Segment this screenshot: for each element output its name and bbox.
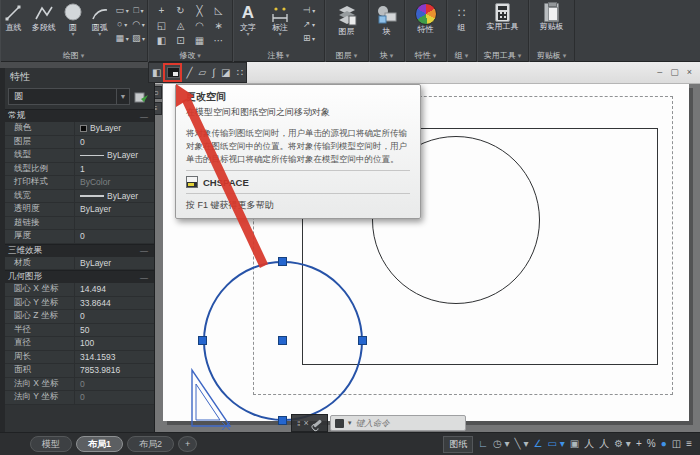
explode-icon[interactable]: ∗ [209,19,228,34]
move-icon[interactable]: + [152,4,171,19]
collapse-icon[interactable]: — [140,246,148,255]
scale-icon[interactable]: ⊡ [171,34,190,49]
property-row[interactable]: 线宽ByLayer [0,190,154,204]
hardware-accel-icon[interactable]: ● [661,437,667,451]
customize-icon[interactable]: ≡ [686,437,692,451]
grip-south[interactable] [278,416,287,425]
leader-icon[interactable]: ↗ ▾ [297,18,321,32]
property-row[interactable]: 颜色ByLayer [0,122,154,136]
property-row[interactable]: 圆心 X 坐标14.494 [0,283,154,297]
tab-布局2[interactable]: 布局2 [127,436,174,452]
panel-title-layers[interactable]: 图层 [325,50,368,61]
property-row[interactable]: 法向 X 坐标0 [0,378,154,392]
property-row[interactable]: 半径50 [0,324,154,338]
object-type-select[interactable]: 圆 ▼ [8,88,130,105]
fillet-icon[interactable]: ◠ [190,19,209,34]
trim-icon[interactable]: ╳ [190,4,209,19]
minimize-icon[interactable]: – [657,67,662,77]
command-line[interactable]: ▼ [330,415,466,431]
panel-title-block[interactable]: 块 [369,50,404,61]
spline-icon[interactable]: ∫ [212,63,215,82]
layers-button[interactable]: 图层 [325,2,368,36]
array-icon[interactable]: ▦ [190,34,209,49]
erase-icon[interactable]: ◺ [209,4,228,19]
rectangle-icon[interactable]: ▭ ▾ [114,4,130,18]
section-header[interactable]: 常规— [0,109,154,122]
grip-east[interactable] [358,336,367,345]
property-row[interactable]: 图层0 [0,136,154,150]
quick-select-button[interactable] [134,89,150,105]
property-row[interactable]: 超链接 [0,217,154,231]
polygon-icon[interactable]: ▱ [198,63,206,82]
line-icon[interactable]: ╱ [186,63,192,82]
panel-title-modify[interactable]: 修改 [148,50,232,61]
grip-north[interactable] [278,257,287,266]
restore-icon[interactable]: ▢ [670,67,679,77]
workspace-plus-icon[interactable]: + [636,437,642,451]
property-row[interactable]: 法向 Y 坐标0 [0,391,154,405]
property-row[interactable]: 圆心 Z 坐标0 [0,310,154,324]
annotation-autoscale-icon[interactable]: 人 [599,437,609,451]
panel-title-properties[interactable]: 特性 [405,50,446,61]
dock-drag-handle[interactable]: ⁞⁞ [297,419,299,428]
polar-tracking-icon[interactable]: ∠ [533,437,542,451]
polyline-button[interactable]: 多段线 [27,2,61,46]
collapse-icon[interactable]: — [140,273,148,282]
drafting-settings-icon[interactable]: ◷ ▾ [493,437,510,451]
wrench-icon[interactable] [313,419,322,427]
property-row[interactable]: 线型ByLayer [0,149,154,163]
panel-title-annotate[interactable]: 注释 [233,50,324,61]
properties-button[interactable]: 特性 [405,2,446,34]
tab-+[interactable]: + [178,436,197,452]
property-row[interactable]: 透明度ByLayer [0,203,154,217]
rotate-icon[interactable]: ↻ [171,4,190,19]
text-button[interactable]: A 文字 ▾ [233,2,263,46]
revcloud-icon[interactable]: ◠ ▾ [130,18,147,32]
snap-icon[interactable]: ∟ [478,437,488,451]
tab-模型[interactable]: 模型 [30,436,72,452]
annotate-monitor-icon[interactable]: ◧ [152,63,161,82]
display-icon[interactable]: ◫ [672,437,681,451]
stretch-icon[interactable]: ◧ [152,34,171,49]
group-button[interactable]: ∷ 组 [447,2,476,32]
command-input[interactable] [356,418,461,428]
mirror-icon[interactable]: ◬ [171,19,190,34]
collapse-icon[interactable]: — [140,112,148,121]
osnap-icon[interactable]: ▭ ▾ [547,437,564,451]
annotation-visibility-icon[interactable]: 人 [584,437,594,451]
block-button[interactable]: 块 [369,2,404,36]
ellipse-icon[interactable]: ○ ▾ [114,18,130,32]
tab-布局1[interactable]: 布局1 [76,436,123,452]
line-button[interactable]: 直线 [0,2,27,46]
dimension-button[interactable]: 标注 ▾ [263,2,297,46]
grip-center[interactable] [278,336,287,345]
hatch-icon[interactable]: ▦ ▾ [114,32,130,46]
close-icon[interactable]: × [303,418,308,428]
property-row[interactable]: 打印样式ByColor [0,176,154,190]
close-icon[interactable]: × [687,67,692,77]
copy-icon[interactable]: ◱ [152,19,171,34]
panel-title-draw[interactable]: 绘图 [0,50,147,61]
points-icon[interactable]: ∷ [236,63,242,82]
circle-button[interactable]: 圆 ▾ [61,2,86,46]
annotation-scale-icon[interactable]: ⚙ ▾ [614,437,631,451]
property-row[interactable]: 周长314.1593 [0,351,154,365]
property-row[interactable]: 面积7853.9816 [0,364,154,378]
lock-icon[interactable]: ▣ [570,437,579,451]
dimstyle-icon[interactable]: ⊣ ▾ [297,4,321,18]
edit-hatch-icon[interactable]: ◪ [221,63,230,82]
property-row[interactable]: 材质ByLayer [0,257,154,271]
paper-space-button[interactable]: 图纸 [443,436,473,453]
chevron-down-icon[interactable]: ▼ [347,420,353,426]
more-icon[interactable]: ⋯ [209,34,228,49]
section-header[interactable]: 三维效果— [0,244,154,257]
panel-title-utilities[interactable]: 实用工具 [477,50,528,61]
grip-west[interactable] [198,336,207,345]
table-icon[interactable]: ⊞ ▾ [297,32,321,46]
section-header[interactable]: 几何图形— [0,270,154,283]
clipboard-button[interactable]: 剪贴板 [529,2,574,31]
property-row[interactable]: 圆心 Y 坐标33.8644 [0,297,154,311]
arc-button[interactable]: 圆弧 ▾ [85,2,114,46]
property-row[interactable]: 直径100 [0,337,154,351]
property-row[interactable]: 线型比例1 [0,163,154,177]
